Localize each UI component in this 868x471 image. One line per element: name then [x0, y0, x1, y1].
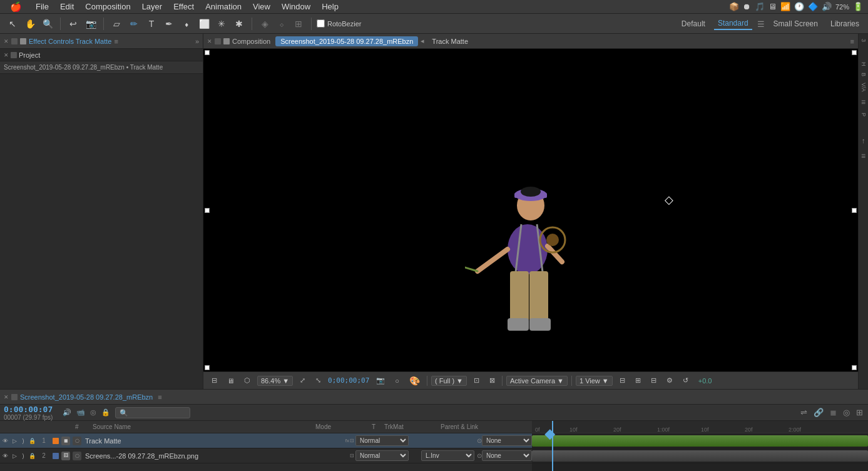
menu-aftereffects[interactable]: File — [31, 1, 54, 13]
layer2-parent-select[interactable]: None — [482, 450, 532, 461]
comp-close-x[interactable]: ✕ — [207, 38, 212, 44]
puppet-tool[interactable]: ✱ — [232, 16, 247, 31]
project-tab-label[interactable]: Project — [19, 51, 40, 59]
layer2-video[interactable]: ▷ — [10, 453, 19, 459]
menu-window[interactable]: Help — [317, 1, 344, 13]
rotate-tool[interactable]: ↩ — [66, 16, 81, 31]
hand-tool[interactable]: ✋ — [23, 16, 38, 31]
layer2-eye[interactable]: 👁 — [0, 453, 10, 459]
vc-fit-btn[interactable]: ⤡ — [312, 376, 324, 385]
vc-camera-dropdown[interactable]: Active Camera ▼ — [506, 376, 568, 386]
apple-menu[interactable]: 🍎 — [5, 0, 27, 14]
sound-icon[interactable]: 🔊 — [822, 2, 832, 11]
tl-btn-3[interactable]: ≣ — [829, 406, 838, 418]
wifi-icon[interactable]: 📶 — [780, 2, 790, 11]
tl-search-input[interactable] — [115, 407, 190, 418]
vc-show-snapshot-btn[interactable]: ○ — [392, 376, 402, 385]
camera-tool[interactable]: 📷 — [83, 16, 98, 31]
handle-mid-right[interactable] — [852, 208, 857, 213]
layer2-mode-select[interactable]: Normal Add Multiply — [355, 450, 409, 461]
roto-tool[interactable]: ✳ — [214, 16, 229, 31]
panel-expand-icon[interactable]: » — [195, 38, 199, 45]
track-clip-2[interactable] — [532, 450, 868, 462]
dropbox-icon[interactable]: 📦 — [729, 2, 739, 11]
vc-settings[interactable]: ⚙ — [663, 376, 676, 385]
menu-animation[interactable]: View — [248, 1, 275, 13]
arrow-tool[interactable]: ↖ — [5, 16, 20, 31]
vc-toggle-btn[interactable]: ⊡ — [471, 376, 483, 385]
layer1-eye[interactable]: 👁 — [0, 438, 10, 444]
menu-effect[interactable]: Animation — [200, 1, 247, 13]
handle-bottom-right[interactable] — [852, 365, 857, 370]
tl-solo-icon[interactable]: ◎ — [90, 408, 96, 417]
menu-layer[interactable]: Effect — [168, 1, 199, 13]
vc-quality-dropdown[interactable]: ( Full ) ▼ — [431, 376, 467, 386]
layer1-name[interactable]: Track Matte — [83, 437, 344, 445]
layer1-fx1[interactable]: fx — [345, 438, 349, 443]
vc-layout-2[interactable]: ⊞ — [632, 376, 644, 385]
layer2-trkmat-select[interactable]: L.Inv None Alpha — [421, 450, 474, 461]
bluetooth-icon[interactable]: 🔷 — [808, 2, 818, 11]
rp-va[interactable]: V/A — [859, 80, 868, 95]
music-icon[interactable]: 🎵 — [755, 2, 765, 11]
rect-tool[interactable]: ▱ — [109, 16, 124, 31]
layer2-solo[interactable]: ◌ — [73, 452, 81, 460]
vc-grid-2[interactable]: ⊟ — [648, 376, 660, 385]
menu-composition[interactable]: Layer — [137, 1, 168, 13]
ws-standard[interactable]: Standard — [714, 18, 752, 30]
roto-bezier-label[interactable]: RotoBezier — [317, 19, 361, 28]
layer2-name[interactable]: Screens...-28 09.27.28_mREbzn.png — [83, 452, 349, 460]
brush-tool[interactable]: ✒ — [161, 16, 176, 31]
track-clip-1[interactable] — [532, 435, 868, 447]
vc-mask-btn[interactable]: ⬡ — [241, 376, 253, 385]
vc-display-btn[interactable]: 🖥 — [224, 376, 237, 385]
vc-view-dropdown[interactable]: 1 View ▼ — [576, 376, 613, 386]
layer2-lock[interactable]: 🔒 — [28, 453, 36, 459]
proj-close-x[interactable]: ✕ — [4, 52, 9, 58]
tl-video-icon[interactable]: 📹 — [76, 408, 85, 417]
zoom-tool[interactable]: 🔍 — [40, 16, 55, 31]
layer2-audio[interactable]: ) — [19, 453, 28, 459]
menu-file[interactable]: Edit — [55, 1, 79, 13]
layer1-mode-select[interactable]: Normal Add Multiply — [355, 435, 409, 446]
vc-color-btn[interactable]: 🎨 — [406, 375, 423, 386]
menu-view[interactable]: Window — [277, 1, 315, 13]
layer2-color[interactable] — [53, 453, 59, 459]
ws-libraries[interactable]: Libraries — [827, 18, 863, 29]
layer1-fx2[interactable]: ⊡ — [350, 438, 354, 443]
rp-b[interactable]: B — [859, 70, 868, 79]
tl-close-x[interactable]: ✕ — [4, 394, 9, 400]
handle-mid-left[interactable] — [205, 208, 210, 213]
comp-tab-trackmatte[interactable]: Track Matte — [427, 36, 473, 46]
rp-arrow-up[interactable]: ↑ — [862, 137, 865, 145]
menu-help[interactable] — [345, 6, 355, 8]
ws-default[interactable]: Default — [678, 18, 709, 29]
layer1-parent-select[interactable]: None — [482, 435, 532, 446]
ws-smallscreen[interactable]: Small Screen — [770, 18, 822, 29]
rp-h[interactable]: H — [859, 60, 868, 69]
comp-tab-main[interactable]: Screenshot_2019-05-28 09.27.28_mREbzn — [275, 36, 418, 46]
text-tool[interactable]: T — [144, 16, 159, 31]
tl-lock-icon[interactable]: 🔒 — [101, 408, 110, 417]
layer1-solo[interactable]: ◌ — [73, 437, 81, 445]
vc-resize-btn[interactable]: ⤢ — [297, 376, 309, 385]
clock-icon[interactable]: 🕐 — [794, 2, 804, 11]
canvas-area[interactable]: ◇ — [203, 49, 858, 371]
menu-edit[interactable]: Composition — [80, 1, 135, 13]
tl-audio-icon[interactable]: 🔊 — [63, 408, 71, 417]
layer1-audio[interactable]: ) — [19, 438, 28, 444]
layer2-fx1[interactable]: ⊡ — [350, 453, 354, 458]
panel-tab-effectcontrols[interactable]: Effect Controls Track Matte — [29, 38, 111, 45]
pen-tool[interactable]: ✏ — [126, 16, 141, 31]
tl-btn-4[interactable]: ◎ — [842, 406, 851, 418]
comp-menu-icon[interactable]: ≡ — [850, 38, 854, 45]
ws-menu-icon[interactable]: ☰ — [757, 19, 765, 29]
layer1-color[interactable] — [53, 438, 59, 444]
layer1-lock[interactable]: 🔒 — [28, 438, 36, 444]
vc-fast-btn[interactable]: ⊠ — [486, 376, 498, 385]
display-icon[interactable]: 🖥 — [768, 2, 777, 11]
panel-menu-icon[interactable]: ≡ — [114, 38, 118, 45]
roto-bezier-checkbox[interactable] — [317, 19, 325, 28]
playhead[interactable] — [552, 421, 553, 471]
vc-grid-btn[interactable]: ⊟ — [208, 376, 220, 385]
